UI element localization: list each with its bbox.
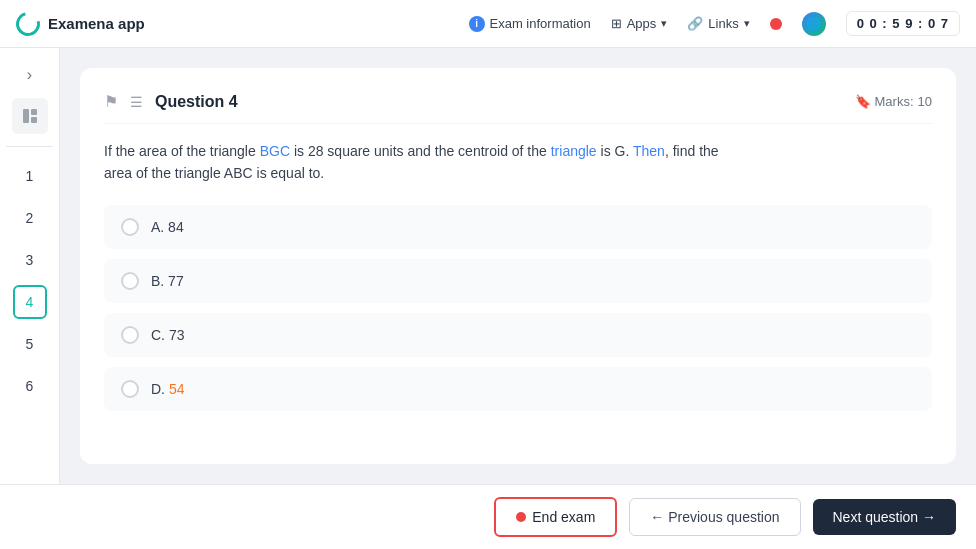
options-list: A. 84 B. 77 C. 73 D. 54	[104, 205, 932, 411]
question-nav-5[interactable]: 5	[13, 327, 47, 361]
header-right: i Exam information ⊞ Apps ▾ 🔗 Links ▾ 🌐 …	[469, 11, 960, 36]
previous-question-button[interactable]: ← Previous question	[629, 498, 800, 536]
timer-display: 0 0 : 5 9 : 0 7	[846, 11, 960, 36]
end-exam-label: End exam	[532, 509, 595, 525]
question-nav-2[interactable]: 2	[13, 201, 47, 235]
highlight-then: Then	[633, 143, 665, 159]
question-text: If the area of the triangle BGC is 28 sq…	[104, 140, 932, 185]
flag-icon: ⚑	[104, 92, 118, 111]
links-button[interactable]: 🔗 Links ▾	[687, 16, 749, 31]
option-b-label: B. 77	[151, 273, 184, 289]
apps-icon: ⊞	[611, 16, 622, 31]
svg-rect-1	[31, 109, 37, 115]
sidebar-divider	[6, 146, 53, 147]
option-d[interactable]: D. 54	[104, 367, 932, 411]
chevron-down-icon: ▾	[744, 17, 750, 30]
option-c[interactable]: C. 73	[104, 313, 932, 357]
globe-icon: 🌐	[802, 12, 826, 36]
chevron-down-icon: ▾	[661, 17, 667, 30]
option-a[interactable]: A. 84	[104, 205, 932, 249]
question-nav-1[interactable]: 1	[13, 159, 47, 193]
marks-badge: 🔖 Marks: 10	[855, 94, 932, 109]
question-header: ⚑ ☰ Question 4 🔖 Marks: 10	[104, 92, 932, 124]
marks-value: 10	[918, 94, 932, 109]
question-nav-4[interactable]: 4	[13, 285, 47, 319]
option-a-label: A. 84	[151, 219, 184, 235]
option-b[interactable]: B. 77	[104, 259, 932, 303]
apps-label: Apps	[627, 16, 657, 31]
radio-c[interactable]	[121, 326, 139, 344]
links-label: Links	[708, 16, 738, 31]
footer: End exam ← Previous question Next questi…	[0, 484, 976, 549]
apps-button[interactable]: ⊞ Apps ▾	[611, 16, 668, 31]
highlight-54: 54	[169, 381, 185, 397]
header-left: Examena app	[16, 12, 145, 36]
svg-rect-2	[31, 117, 37, 123]
question-nav-6[interactable]: 6	[13, 369, 47, 403]
next-question-button[interactable]: Next question →	[813, 499, 957, 535]
sidebar: › 1 2 3 4 5 6	[0, 48, 60, 484]
exam-info-label: Exam information	[490, 16, 591, 31]
radio-d[interactable]	[121, 380, 139, 398]
link-icon: 🔗	[687, 16, 703, 31]
info-icon: i	[469, 16, 485, 32]
prev-label: ← Previous question	[650, 509, 779, 525]
highlight-bgc: BGC	[260, 143, 290, 159]
content-area: ⚑ ☰ Question 4 🔖 Marks: 10 If the area o…	[60, 48, 976, 484]
highlight-triangle: triangle	[551, 143, 597, 159]
marks-label: Marks:	[875, 94, 914, 109]
svg-rect-0	[23, 109, 29, 123]
sidebar-toggle-button[interactable]: ›	[15, 60, 45, 90]
question-title: Question 4	[155, 93, 238, 111]
list-icon: ☰	[130, 94, 143, 110]
next-label: Next question →	[833, 509, 937, 525]
exam-info-button[interactable]: i Exam information	[469, 16, 591, 32]
radio-b[interactable]	[121, 272, 139, 290]
question-card: ⚑ ☰ Question 4 🔖 Marks: 10 If the area o…	[80, 68, 956, 464]
end-exam-button[interactable]: End exam	[494, 497, 617, 537]
bookmark-icon: 🔖	[855, 94, 871, 109]
radio-a[interactable]	[121, 218, 139, 236]
end-dot-icon	[516, 512, 526, 522]
timer-value: 0 0 : 5 9 : 0 7	[857, 16, 949, 31]
app-header: Examena app i Exam information ⊞ Apps ▾ …	[0, 0, 976, 48]
main-layout: › 1 2 3 4 5 6 ⚑ ☰ Question 4 🔖 Marks	[0, 48, 976, 484]
recording-indicator	[770, 18, 782, 30]
option-d-label: D. 54	[151, 381, 184, 397]
panel-icon	[22, 108, 38, 124]
option-c-label: C. 73	[151, 327, 184, 343]
question-nav-3[interactable]: 3	[13, 243, 47, 277]
app-title: Examena app	[48, 15, 145, 32]
logo-icon	[12, 7, 45, 40]
sidebar-panel-icon[interactable]	[12, 98, 48, 134]
